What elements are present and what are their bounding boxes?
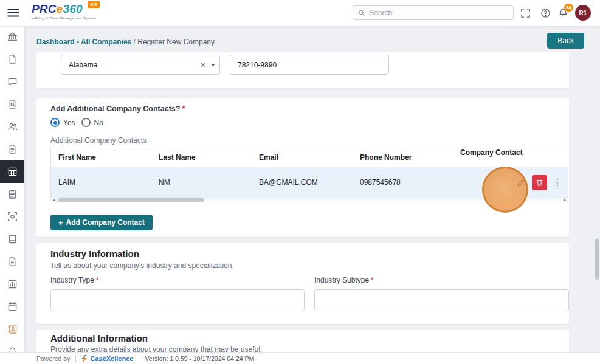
add-company-contact-button[interactable]: + Add Company Contact: [50, 215, 153, 230]
delete-contact-button[interactable]: [532, 175, 547, 190]
chevron-down-icon[interactable]: ▾: [212, 61, 215, 68]
brand-name: CaseXellence: [90, 355, 133, 362]
question-circle-icon: [540, 8, 551, 18]
calendar-icon: [7, 301, 18, 312]
search-icon: [358, 9, 365, 17]
required-asterisk: *: [371, 276, 374, 284]
sidebar-item-ledger[interactable]: [0, 228, 24, 250]
header-last-name: Last Name: [151, 153, 252, 162]
state-select[interactable]: Alabama × ▾: [61, 55, 220, 75]
sidebar-item-institution[interactable]: [0, 26, 24, 48]
industry-section-title: Industry Information: [50, 249, 139, 259]
additional-section-title: Additional Information: [50, 333, 148, 343]
table-grid-icon: [7, 167, 18, 177]
required-asterisk: *: [96, 276, 99, 284]
sidebar-item-analytics[interactable]: [0, 273, 24, 295]
sidebar-item-documents[interactable]: [0, 48, 24, 70]
additional-info-card: Additional Information Provide any extra…: [36, 330, 569, 352]
add-button-label: Add Company Contact: [66, 218, 145, 227]
industry-type-input[interactable]: [50, 289, 305, 311]
contacts-list-label: Additional Company Contacts: [50, 136, 147, 145]
file-icon: [7, 54, 18, 64]
additional-section-subtitle: Provide any extra details about your com…: [50, 345, 262, 352]
more-actions-icon[interactable]: ⋮: [553, 177, 562, 187]
cell-last-name: NM: [151, 178, 252, 187]
footer: Powered by CaseXellence Version: 1.0.59 …: [0, 352, 600, 364]
user-avatar[interactable]: R1: [575, 5, 591, 21]
sidebar-item-invoices[interactable]: [0, 138, 24, 160]
search-input[interactable]: [369, 9, 508, 17]
contacts-question-label: Add Additional Company Contacts?*: [50, 105, 185, 113]
powered-by-label: Powered by: [36, 355, 70, 362]
sidebar-item-users[interactable]: [0, 115, 24, 138]
clear-icon[interactable]: ×: [201, 60, 205, 70]
plus-icon: +: [58, 218, 63, 227]
sidebar-item-scan[interactable]: [0, 205, 24, 228]
back-button[interactable]: Back: [547, 33, 584, 49]
industry-subtype-label: Industry Subtype*: [314, 276, 374, 284]
book-icon: [7, 234, 18, 244]
breadcrumb-link-dashboard[interactable]: Dashboard - All Companies: [36, 38, 131, 46]
industry-subtype-input[interactable]: [314, 289, 569, 311]
menu-bars-icon: [7, 6, 20, 19]
sidebar-item-calendar[interactable]: [0, 295, 24, 318]
industry-section-subtitle: Tell us about your company's industry an…: [50, 261, 234, 270]
address-card: Alabama × ▾: [36, 52, 569, 88]
file-search-icon: [7, 99, 18, 109]
state-select-value: Alabama: [69, 61, 201, 69]
breadcrumb: Dashboard - All Companies / Register New…: [36, 38, 215, 46]
sidebar-item-alerts[interactable]: [0, 340, 24, 352]
radio-no-control[interactable]: [81, 118, 91, 127]
sidebar-item-contacts[interactable]: [0, 318, 24, 340]
users-icon: [7, 122, 18, 132]
contacts-radio-group: Yes No: [50, 118, 103, 127]
app-logo[interactable]: PRCe360 e-Filing & Case Management Syste…: [32, 3, 96, 20]
click-indicator: [482, 167, 528, 213]
radio-option-yes[interactable]: Yes: [50, 118, 75, 127]
sidebar-item-tasks[interactable]: [0, 183, 24, 205]
bank-icon: [7, 32, 18, 42]
fullscreen-button[interactable]: [520, 8, 531, 18]
footer-divider: [75, 355, 76, 362]
scroll-left-arrow-icon[interactable]: ◄: [52, 197, 56, 202]
help-button[interactable]: [540, 8, 551, 18]
vertical-scrollbar-thumb[interactable]: [595, 239, 599, 280]
sidebar-item-companies-active[interactable]: [0, 160, 24, 183]
casexellence-brand[interactable]: CaseXellence: [81, 355, 133, 362]
global-search[interactable]: [353, 5, 514, 20]
table-header-row: First Name Last Name Email Phone Number …: [51, 148, 568, 167]
top-header: PRCe360 e-Filing & Case Management Syste…: [0, 0, 600, 26]
zip-code-input[interactable]: [230, 55, 389, 75]
hamburger-menu-icon[interactable]: [7, 6, 20, 19]
document-lines-icon: [7, 256, 18, 267]
logo-text: PRCe360: [32, 3, 96, 15]
breadcrumb-separator: /: [134, 38, 136, 46]
cell-phone: 0987545678: [353, 178, 453, 187]
trash-icon: [536, 179, 543, 187]
notification-count-badge: 84: [564, 4, 573, 12]
clipboard-icon: [7, 189, 18, 199]
radio-option-no[interactable]: No: [81, 118, 103, 127]
version-text: Version: 1.0.59 - 10/17/2024 04:24 PM: [145, 355, 254, 362]
header-email: Email: [252, 153, 353, 162]
environment-badge: SIT: [88, 1, 100, 8]
address-book-icon: [7, 324, 18, 334]
header-company-contact: Company Contact: [453, 148, 568, 167]
contacts-card: Add Additional Company Contacts?* Yes No…: [36, 98, 569, 237]
horizontal-scrollbar-thumb[interactable]: [58, 198, 204, 202]
bell-icon: [7, 346, 18, 352]
breadcrumb-current: Register New Company: [137, 38, 215, 46]
chat-icon: [7, 77, 18, 87]
sidebar-item-review[interactable]: [0, 93, 24, 115]
cell-first-name: LAIM: [51, 178, 151, 187]
file-invoice-icon: [7, 144, 18, 154]
sidebar: [0, 26, 24, 352]
footer-divider: [139, 355, 139, 362]
scroll-right-arrow-icon[interactable]: ►: [563, 197, 567, 202]
radio-yes-control[interactable]: [50, 118, 60, 127]
logo-tagline: e-Filing & Case Management System: [32, 16, 96, 20]
sidebar-item-reports-doc[interactable]: [0, 250, 24, 273]
sidebar-item-messages[interactable]: [0, 70, 24, 93]
header-first-name: First Name: [51, 153, 151, 162]
cell-email: BA@GMAIL.COM: [252, 178, 353, 187]
